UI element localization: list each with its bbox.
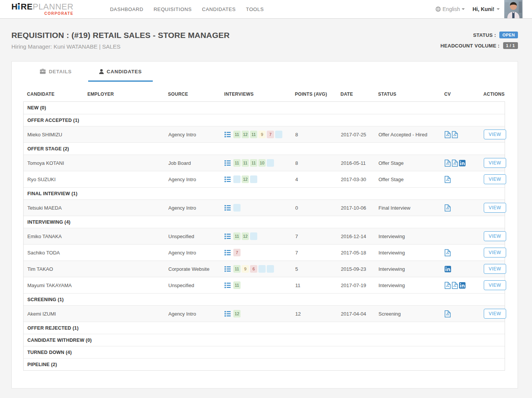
actions-cell: VIEW [484,174,506,184]
column-header-employer: EMPLOYER [87,92,168,97]
pdf-file-icon[interactable] [445,204,451,212]
user-avatar[interactable] [504,0,522,18]
actions-cell: VIEW [484,130,506,139]
date-cell: 2015-09-23 [341,266,378,272]
view-candidate-button[interactable]: VIEW [484,280,506,290]
nav-item-candidates[interactable]: CANDIDATES [202,6,236,12]
interview-empty-badge [275,131,282,138]
interview-list-icon[interactable] [225,160,231,166]
source-cell: Agency Intro [168,250,225,256]
actions-cell: VIEW [484,248,506,257]
candidate-name: Akemi IZUMI [24,311,88,317]
view-candidate-button[interactable]: VIEW [484,158,506,168]
interview-score-badge: 12 [233,310,241,317]
column-header-cv: CV [444,92,483,97]
candidate-name: Emiko TANAKA [24,234,88,239]
view-candidate-button[interactable]: VIEW [484,231,506,241]
interview-empty-badge [233,204,241,212]
hireplanner-logo[interactable]: HREPLANNER CORPORATE [11,3,73,16]
pdf-file-icon[interactable] [452,282,458,289]
pdf-file-icon[interactable] [445,160,451,167]
interview-list-icon[interactable] [225,283,231,288]
interviews-cell: 12 [225,310,295,317]
view-candidate-button[interactable]: VIEW [484,174,506,184]
points-cell: 8 [295,132,341,137]
view-candidate-button[interactable]: VIEW [484,203,506,213]
candidate-name: Tim TAKAO [24,266,88,272]
interview-score-badge: 7 [233,249,241,256]
candidate-name: Tetsuki MAEDA [24,205,88,211]
pdf-file-icon[interactable] [445,310,451,317]
tab-candidates[interactable]: CANDIDATES [88,62,153,81]
interview-score-badge: 11 [233,131,241,138]
logo-letter-i [17,3,21,9]
view-candidate-button[interactable]: VIEW [484,130,506,139]
interview-score-badge: 6 [250,265,257,273]
view-candidate-button[interactable]: VIEW [484,248,506,257]
cv-cell [445,160,484,167]
stage-section-row: SCREENING (1) [24,293,505,305]
candidate-row: Tim TAKAOCorporate Website119652015-09-2… [24,261,505,277]
pdf-file-icon[interactable] [445,282,451,289]
interviews-cell [225,204,295,212]
interview-list-icon[interactable] [225,132,231,137]
source-cell: Agency Intro [168,132,225,137]
interview-list-icon[interactable] [225,234,231,239]
page-subtitle: Hiring Manager: Kuni WATANABE | SALES [11,43,230,50]
source-cell: Agency Intro [168,177,225,182]
view-candidate-button[interactable]: VIEW [484,264,506,274]
candidate-row: Emiko TANAKAUnspecified111272016-12-14In… [24,228,505,244]
interview-list-icon[interactable] [225,266,231,272]
greeting-label: Hi, Kuni! [472,6,494,12]
cv-cell [445,266,484,272]
user-menu[interactable]: Hi, Kuni! [472,6,500,12]
stage-section-row: PIPELINE (2) [24,358,505,370]
actions-cell: VIEW [484,309,506,319]
interview-score-badge: 11 [233,232,241,240]
interview-score-badge: 12 [242,175,249,183]
candidate-row: Tetsuki MAEDAAgency Intro02017-10-06Fina… [24,199,505,216]
interviews-cell: 1112 [225,232,295,240]
interview-list-icon[interactable] [225,177,231,182]
candidate-name: Mayumi TAKAYAMA [24,283,88,288]
interviews-cell: 1196 [225,265,295,273]
pdf-file-icon[interactable] [452,131,458,138]
interview-list-icon[interactable] [225,250,231,256]
pdf-file-icon[interactable] [452,160,458,167]
status-cell: Final Interview [378,205,445,211]
points-cell: 8 [295,160,341,166]
candidate-name: Mieko SHIMIZU [24,132,88,137]
date-cell: 2017-05-18 [341,250,378,256]
candidate-row: Mieko SHIMIZUAgency Intro1112119782017-0… [24,126,505,142]
source-cell: Unspecified [168,234,225,239]
stage-section-row: OFFER STAGE (2) [24,142,505,155]
column-header-source: SOURCE [168,92,224,97]
status-cell: Offer Stage [378,160,445,166]
cv-cell [445,310,484,317]
interview-list-icon[interactable] [225,205,231,211]
pdf-file-icon[interactable] [445,176,451,183]
pdf-file-icon[interactable] [445,131,451,138]
view-candidate-button[interactable]: VIEW [484,309,506,319]
nav-item-dashboard[interactable]: DASHBOARD [110,6,143,12]
nav-item-tools[interactable]: TOOLS [246,6,264,12]
linkedin-icon[interactable] [459,160,466,166]
language-selector[interactable]: English [435,6,465,12]
tab-label: DETAILS [49,69,71,74]
interviews-cell: 11111110 [225,159,295,167]
tabs: DETAILSCANDIDATES [12,62,518,81]
tab-details[interactable]: DETAILS [24,62,88,81]
candidate-row: Mayumi TAKAYAMAUnspecified11112017-07-19… [24,277,505,293]
date-cell: 2017-04-04 [341,311,378,317]
points-cell: 7 [295,250,341,256]
linkedin-icon[interactable] [445,266,451,272]
cv-cell [445,282,484,289]
interview-score-badge: 11 [242,159,249,167]
interviews-cell: 12 [225,175,295,183]
nav-item-requisitions[interactable]: REQUISITIONS [154,6,192,12]
interview-list-icon[interactable] [225,311,231,317]
pdf-file-icon[interactable] [445,249,451,256]
navbar-right: English Hi, Kuni! [435,0,532,18]
linkedin-icon[interactable] [459,282,466,289]
requisition-meta: STATUS : OPEN HEADCOUNT VOLUME : 1 / 1 [440,31,518,53]
